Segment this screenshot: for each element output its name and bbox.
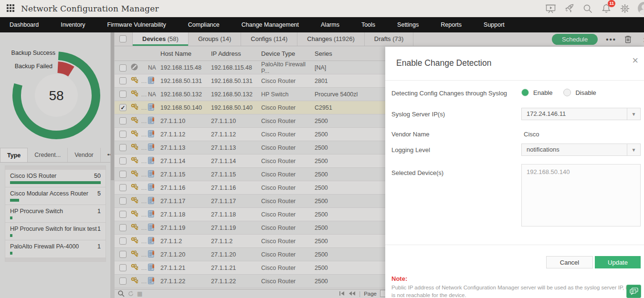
device-type-item[interactable]: HP Procurve Switch for linux test1: [5, 222, 106, 240]
row-checkbox[interactable]: [119, 237, 127, 245]
nav-item-firmware-vulnerability[interactable]: Firmware Vulnerability: [96, 17, 177, 32]
syslog-ip-select[interactable]: 172.24.146.11 ▼: [521, 108, 641, 120]
device-type-item[interactable]: Cisco IOS Router50: [5, 170, 106, 187]
nav-item-alarms[interactable]: Alarms: [310, 17, 350, 32]
cell-host: 192.168.50.140: [160, 104, 211, 111]
tab-configs[interactable]: Configs (114): [241, 32, 297, 46]
credential-more-label: ...: [141, 145, 148, 151]
tab-devices[interactable]: Devices (58): [132, 32, 189, 46]
refresh-icon[interactable]: [128, 291, 134, 297]
select-all-checkbox[interactable]: [119, 35, 127, 42]
cell-type: Cisco Router: [261, 211, 315, 218]
gear-icon[interactable]: [619, 3, 631, 14]
cell-type: Cisco Router: [261, 144, 315, 151]
credential-more-label: ...: [141, 132, 148, 137]
config-doc-icon: [148, 277, 160, 286]
cell-host: 27.1.1.16: [160, 185, 211, 191]
device-type-bar: [10, 199, 19, 202]
app-root: Network Configuration Manager 11 Dashboa…: [0, 0, 644, 298]
nav-item-change-management[interactable]: Change Management: [231, 17, 310, 32]
cell-type: Cisco Router: [261, 198, 315, 205]
selected-devices-textarea[interactable]: 192.168.50.140: [521, 164, 641, 226]
device-type-row: Cisco IOS Router50: [10, 173, 101, 179]
dialog-title: Enable Change Detection: [396, 58, 491, 68]
nav-item-compliance[interactable]: Compliance: [177, 17, 231, 32]
first-page-icon[interactable]: [339, 291, 345, 296]
row-checkbox[interactable]: [119, 117, 127, 124]
donut-segment-backup-failed: [58, 67, 71, 72]
sidebar-tab-type[interactable]: Type: [0, 148, 28, 162]
update-button[interactable]: Update: [595, 256, 641, 268]
sidebar-tab-credent[interactable]: Credent...: [28, 148, 68, 162]
col-series[interactable]: Series: [315, 50, 381, 57]
avatar[interactable]: [638, 2, 644, 15]
rocket-icon[interactable]: [563, 3, 575, 14]
col-host-name[interactable]: Host Name: [160, 50, 211, 57]
row-checkbox[interactable]: ✓: [119, 104, 127, 111]
search-icon[interactable]: [582, 3, 593, 14]
disable-radio[interactable]: [563, 89, 571, 96]
logging-level-value: notifications: [522, 144, 627, 155]
row-checkbox[interactable]: [119, 197, 127, 205]
device-type-item[interactable]: PaloAlto Firewall PA-40001: [5, 240, 106, 257]
app-grid-icon[interactable]: [7, 4, 15, 13]
tab-drafts[interactable]: Drafts (73): [365, 32, 413, 46]
device-type-item[interactable]: Cisco Modular Access Router5: [5, 187, 106, 205]
tab-groups[interactable]: Groups (14): [189, 32, 241, 46]
sidebar-tab-vendor[interactable]: Vendor: [68, 148, 101, 162]
cell-host: 27.1.1.2: [160, 238, 211, 245]
bell-icon[interactable]: 11: [601, 3, 612, 14]
credential-more-label: ...: [141, 118, 148, 124]
device-type-panel: Cisco IOS Router50Cisco Modular Access R…: [5, 165, 106, 262]
row-checkbox-cell: [115, 237, 131, 245]
presentation-icon[interactable]: [545, 3, 556, 14]
row-checkbox[interactable]: [119, 184, 127, 191]
nav-item-support[interactable]: Support: [473, 17, 516, 32]
cancel-button[interactable]: Cancel: [546, 256, 593, 268]
cell-series: 2500: [315, 278, 381, 285]
row-checkbox[interactable]: [119, 264, 127, 271]
close-icon[interactable]: ×: [632, 55, 638, 66]
scrollbar-thumb[interactable]: [111, 32, 114, 180]
credential-keys-icon: [131, 277, 141, 286]
prev-page-icon[interactable]: [348, 291, 356, 296]
cell-series: C2951: [315, 104, 381, 111]
tab-changes[interactable]: Changes (11926): [297, 32, 365, 46]
row-checkbox[interactable]: [119, 64, 127, 72]
row-checkbox-cell: [115, 224, 131, 231]
cell-ip: 27.1.1.20: [211, 251, 261, 258]
row-checkbox[interactable]: [119, 171, 127, 178]
logging-level-select[interactable]: notifications ▼: [521, 144, 641, 156]
row-checkbox[interactable]: [119, 277, 127, 285]
sidebar-scrollbar[interactable]: [110, 32, 115, 298]
nav-item-inventory[interactable]: Inventory: [50, 17, 96, 32]
device-type-item[interactable]: HP Procurve Switch1: [5, 205, 106, 222]
cell-series: 2500: [315, 118, 381, 124]
chat-button[interactable]: [626, 285, 641, 298]
more-actions-icon[interactable]: •••: [606, 35, 616, 43]
schedule-button[interactable]: Schedule: [552, 34, 598, 45]
nav-item-settings[interactable]: Settings: [386, 17, 430, 32]
cell-series: [NA]: [315, 64, 381, 71]
cell-type: Cisco Router: [261, 251, 315, 258]
col-ip-address[interactable]: IP Address: [211, 50, 261, 57]
row-checkbox[interactable]: [119, 157, 127, 164]
row-checkbox[interactable]: [119, 211, 127, 218]
row-checkbox[interactable]: [119, 251, 127, 258]
row-checkbox[interactable]: [119, 224, 127, 231]
config-doc-icon: [148, 196, 160, 206]
row-checkbox[interactable]: [119, 77, 127, 84]
nav-item-reports[interactable]: Reports: [430, 17, 473, 32]
row-checkbox[interactable]: [119, 91, 127, 98]
table-search-icon[interactable]: [118, 290, 125, 297]
inventory-toolbar: Devices (58)Groups (14)Configs (114)Chan…: [115, 32, 644, 46]
row-checkbox[interactable]: [119, 131, 127, 138]
delete-icon[interactable]: [624, 35, 632, 43]
row-checkbox[interactable]: [119, 144, 127, 151]
nav-item-tools[interactable]: Tools: [350, 17, 386, 32]
nav-item-dashboard[interactable]: Dashboard: [0, 17, 50, 32]
credential-more-label: ...: [141, 78, 148, 84]
grid-view-icon[interactable]: ▦: [137, 290, 142, 297]
col-device-type[interactable]: Device Type: [261, 50, 315, 57]
enable-radio[interactable]: [521, 89, 529, 96]
